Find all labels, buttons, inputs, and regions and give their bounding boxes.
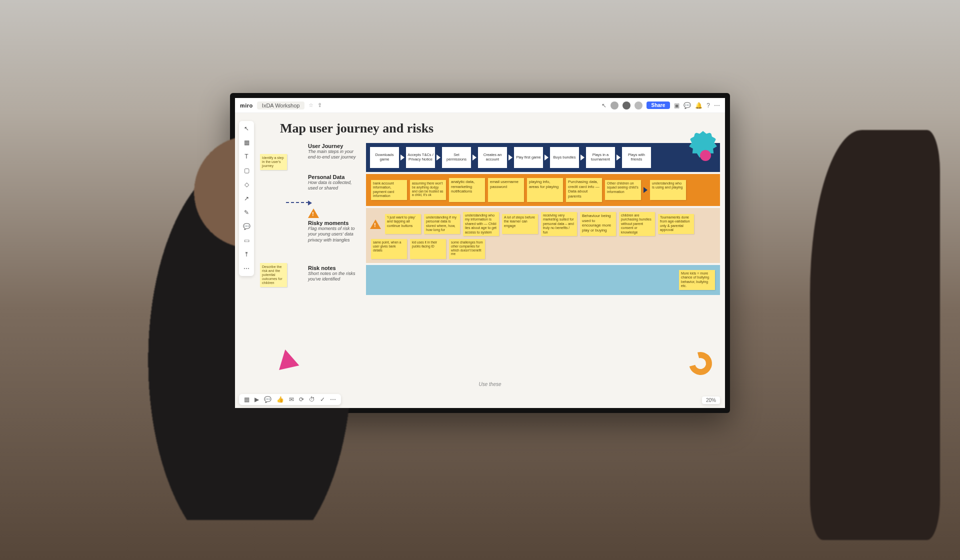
arrow-icon xyxy=(400,154,404,160)
display-frame: miro IxDA Workshop ☆ ⇪ ↖ Share ▣ 💬 🔔 ? ⋯ xyxy=(230,93,730,413)
help-icon[interactable]: ? xyxy=(706,102,710,109)
notes-strip[interactable]: More kids = more chance of bullying beha… xyxy=(366,265,720,295)
lane-risky-moments: Risky moments Flag moments of risk to yo… xyxy=(308,208,720,263)
lane-user-journey: User Journey The main steps in your end-… xyxy=(308,143,720,172)
row-subtitle: The main steps in your end-to-end user j… xyxy=(308,149,361,160)
side-note-describe[interactable]: Describe the risk and the potential outc… xyxy=(260,263,287,287)
sticky-note[interactable]: A lot of steps before the learner can en… xyxy=(502,214,538,234)
frame-tool[interactable]: ▭ xyxy=(242,236,251,245)
journey-step[interactable]: Plays in a tournament xyxy=(586,147,615,168)
sticky-note[interactable]: playing info, areas for playing xyxy=(527,178,563,202)
journey-strip[interactable]: Downloads game Accepts T&Cs / Privacy No… xyxy=(366,143,720,172)
text-tool[interactable]: T xyxy=(242,152,251,161)
share-button[interactable]: Share xyxy=(646,102,670,109)
bottom-toolbar: ▦ ▶ 💬 👍 ✉ ⟳ ⏱ ✓ ⋯ xyxy=(239,394,341,405)
sticky-note[interactable]: children are purchasing bundles without … xyxy=(619,212,655,236)
cursor-presence-icon[interactable]: ↖ xyxy=(602,102,606,109)
sticky-note[interactable]: assuming there won't be anything dodgy a… xyxy=(410,180,446,200)
presentation-icon[interactable]: ▣ xyxy=(674,102,680,109)
journey-step[interactable]: Accepts T&Cs / Privacy Notice xyxy=(406,147,435,168)
activity-icon[interactable]: ⟳ xyxy=(299,396,304,403)
sticky-note[interactable]: understanding if my personal data is sto… xyxy=(424,214,460,234)
sticky-note[interactable]: More kids = more chance of bullying beha… xyxy=(679,270,715,290)
board-title: Map user journey and risks xyxy=(280,121,720,136)
timer-icon[interactable]: ⏱ xyxy=(309,396,315,403)
attendee-silhouette xyxy=(810,130,940,540)
collaborator-avatar-1[interactable] xyxy=(610,102,618,110)
comments-icon[interactable]: 💬 xyxy=(264,396,272,403)
sticky-note[interactable]: 'I just want to play' and tapping all co… xyxy=(385,214,421,234)
apps-tool[interactable]: ⋯ xyxy=(242,264,251,273)
template-tool[interactable]: ▦ xyxy=(242,138,251,147)
board-name-chip[interactable]: IxDA Workshop xyxy=(257,102,305,110)
sticky-note[interactable]: understanding who my information is shar… xyxy=(463,212,499,236)
row-subtitle: How data is collected, used or shared xyxy=(308,180,361,192)
board-canvas[interactable]: Map user journey and risks Identify a st… xyxy=(260,118,720,390)
shape-tool[interactable]: ◇ xyxy=(242,180,251,189)
collaborator-avatar-3[interactable] xyxy=(634,102,642,110)
sticky-note[interactable]: some challenges from other companies for… xyxy=(449,239,485,259)
arrow-icon xyxy=(616,154,620,160)
comments-icon[interactable]: 💬 xyxy=(684,102,691,109)
dashed-arrow-icon xyxy=(286,202,309,203)
tool-rail: ↖ ▦ T ▢ ◇ ↗ ✎ 💬 ▭ ⤒ ⋯ xyxy=(239,121,254,276)
reactions-icon[interactable]: 👍 xyxy=(276,396,284,403)
sticky-note[interactable]: same point, when a user gives bank detai… xyxy=(371,239,407,259)
sticky-note[interactable]: email username password xyxy=(488,178,524,202)
bell-icon[interactable]: 🔔 xyxy=(695,102,702,109)
row-title: Risk notes xyxy=(308,265,361,271)
sticky-note[interactable]: receiving very marketing suited for pers… xyxy=(541,212,577,236)
arrow-icon xyxy=(436,154,440,160)
upload-tool[interactable]: ⤒ xyxy=(242,250,251,259)
decor-pink-dot xyxy=(700,150,711,161)
journey-step[interactable]: Downloads game xyxy=(370,147,399,168)
zoom-indicator[interactable]: 20% xyxy=(702,396,720,404)
warning-icon xyxy=(370,219,381,229)
sticky-note[interactable]: Tournaments done from age-validation onl… xyxy=(658,214,694,234)
sticky-note[interactable]: analytic data, remarketing notifications xyxy=(449,178,485,202)
personal-strip[interactable]: bank account information, payment card i… xyxy=(366,174,720,206)
sticky-note[interactable]: kid uses it in their public-facing ID xyxy=(410,239,446,259)
arrow-icon xyxy=(580,154,584,160)
footer-hint: Use these xyxy=(478,382,501,387)
arrow-icon xyxy=(472,154,476,160)
arrow-icon xyxy=(644,187,648,193)
row-subtitle: Short notes on the risks you've identifi… xyxy=(308,271,361,282)
present-icon[interactable]: ▶ xyxy=(254,396,259,403)
collaborator-avatar-2[interactable] xyxy=(622,102,630,110)
connector-tool[interactable]: ↗ xyxy=(242,194,251,203)
risky-strip[interactable]: 'I just want to play' and tapping all co… xyxy=(366,208,720,263)
row-title: Risky moments xyxy=(308,220,361,226)
frames-icon[interactable]: ▦ xyxy=(244,396,250,403)
voting-icon[interactable]: ✓ xyxy=(320,396,325,403)
journey-step[interactable]: Buys bundles xyxy=(550,147,579,168)
miro-logo[interactable]: miro xyxy=(240,102,253,108)
row-title: Personal Data xyxy=(308,174,361,180)
arrow-icon xyxy=(544,154,548,160)
star-icon[interactable]: ☆ xyxy=(308,102,314,108)
sticky-note[interactable]: Behaviour being used to encourage more p… xyxy=(580,212,616,236)
more-icon[interactable]: ⋯ xyxy=(330,396,336,403)
top-bar: miro IxDA Workshop ☆ ⇪ ↖ Share ▣ 💬 🔔 ? ⋯ xyxy=(235,98,725,113)
journey-step[interactable]: Play first game xyxy=(514,147,543,168)
decor-pink-triangle xyxy=(274,348,302,373)
sticky-note[interactable]: bank account information, payment card i… xyxy=(371,180,407,200)
sticky-tool[interactable]: ▢ xyxy=(242,166,251,175)
sticky-note[interactable]: Other children on squad seeing child's i… xyxy=(605,180,641,200)
journey-step[interactable]: Set permissions xyxy=(442,147,471,168)
side-note-identify[interactable]: Identify a step in the user's journey xyxy=(260,154,287,170)
journey-step[interactable]: Creates an account xyxy=(478,147,507,168)
export-icon[interactable]: ⇪ xyxy=(318,102,322,108)
miro-screen: miro IxDA Workshop ☆ ⇪ ↖ Share ▣ 💬 🔔 ? ⋯ xyxy=(235,98,725,408)
more-menu-icon[interactable]: ⋯ xyxy=(714,102,720,109)
pen-tool[interactable]: ✎ xyxy=(242,208,251,217)
sticky-note[interactable]: understanding who is using and playing xyxy=(650,180,686,200)
lane-personal-data: Personal Data How data is collected, use… xyxy=(308,174,720,206)
comment-tool[interactable]: 💬 xyxy=(242,222,251,231)
sticky-note[interactable]: Purchasing data, credit card info — Data… xyxy=(566,178,602,202)
row-title: User Journey xyxy=(308,143,361,149)
arrow-icon xyxy=(508,154,512,160)
chat-icon[interactable]: ✉ xyxy=(289,396,294,403)
cursor-tool[interactable]: ↖ xyxy=(242,124,251,133)
journey-step[interactable]: Plays with friends xyxy=(622,147,651,168)
